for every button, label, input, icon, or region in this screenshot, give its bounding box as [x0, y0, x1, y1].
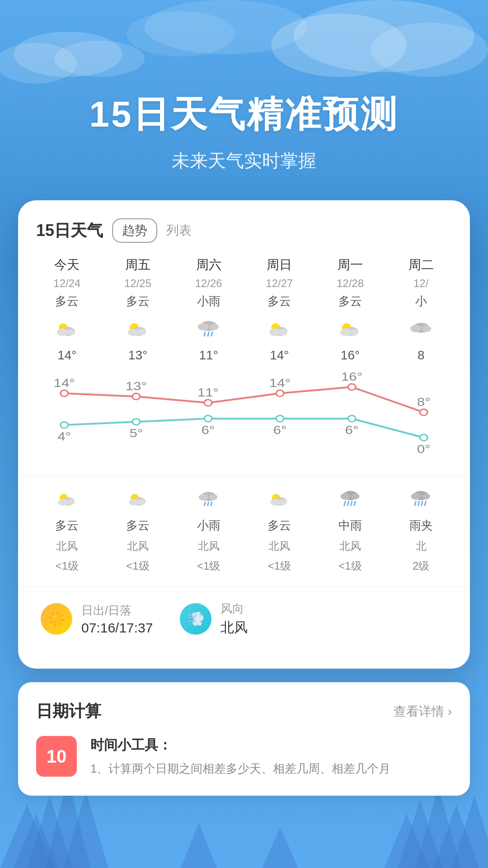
- weather-col-2: 周六 12/26 小雨 11°: [173, 256, 244, 363]
- sunrise-value: 07:16/17:37: [81, 620, 153, 636]
- svg-marker-13: [384, 814, 429, 868]
- svg-point-88: [340, 493, 350, 500]
- svg-point-59: [132, 419, 140, 425]
- weather-icon-top-3: [263, 313, 295, 344]
- svg-point-53: [348, 384, 356, 390]
- weather-col-3: 周日 12/27 多云 14°: [244, 256, 315, 363]
- sunrise-icon: ☀️: [41, 603, 72, 635]
- svg-text:5°: 5°: [129, 427, 143, 440]
- svg-line-33: [211, 332, 212, 336]
- temperature-chart: 14°13°11°14°16°8°4°5°6°6°6°0°: [18, 367, 470, 467]
- svg-text:16°: 16°: [341, 370, 362, 383]
- tool-desc: 1、计算两个日期之间相差多少天、相差几周、相差几个月: [90, 760, 452, 778]
- svg-text:8°: 8°: [417, 396, 431, 409]
- svg-point-72: [66, 499, 74, 505]
- svg-point-61: [204, 415, 212, 422]
- weather-table: 今天 12/24 多云 14° 周五 12/25 多云 13° 周六 12/26…: [18, 256, 470, 578]
- svg-marker-9: [27, 796, 72, 868]
- svg-point-37: [278, 329, 287, 335]
- weather-icon-bottom-1: [124, 485, 151, 512]
- svg-text:11°: 11°: [197, 386, 219, 399]
- weather-icon-bottom-2: [195, 485, 222, 512]
- svg-point-55: [420, 409, 427, 415]
- svg-text:0°: 0°: [417, 443, 431, 456]
- sunrise-info: ☀️ 日出/日落 07:16/17:37: [41, 601, 153, 637]
- svg-point-41: [349, 329, 358, 335]
- weather-col-bottom-4: 中雨 北风 <1级: [315, 485, 386, 573]
- svg-marker-14: [398, 800, 443, 868]
- svg-point-67: [420, 434, 427, 441]
- svg-line-90: [344, 501, 345, 505]
- weather-col-0: 今天 12/24 多云 14°: [32, 256, 103, 363]
- tab-trend[interactable]: 趋势: [112, 218, 157, 243]
- svg-line-32: [208, 332, 209, 336]
- weather-icon-top-5: [405, 313, 437, 344]
- svg-line-100: [425, 501, 426, 505]
- svg-point-23: [66, 329, 75, 335]
- svg-marker-17: [452, 796, 488, 868]
- weather-icon-top-1: [122, 313, 154, 344]
- svg-point-29: [198, 323, 209, 330]
- svg-point-76: [137, 499, 145, 505]
- svg-text:6°: 6°: [201, 424, 215, 437]
- svg-point-65: [348, 415, 356, 422]
- svg-point-47: [132, 393, 140, 400]
- weather-col-4: 周一 12/28 多云 16°: [315, 256, 386, 363]
- svg-point-79: [210, 494, 218, 500]
- weather-icon-bottom-0: [53, 485, 80, 512]
- weather-col-bottom-0: 多云 北风 <1级: [32, 485, 103, 573]
- svg-point-57: [61, 422, 68, 428]
- svg-marker-19: [262, 827, 298, 868]
- tool-icon: 10: [36, 736, 77, 777]
- weather-col-5: 周二 12/ 小 8: [385, 256, 456, 363]
- weather-col-bottom-3: 多云 北风 <1级: [244, 485, 315, 573]
- hero-title: 15日天气精准预测: [0, 90, 488, 139]
- weather-bottom: 多云 北风 <1级 多云 北风 <1级 小雨 北风 <1级: [18, 476, 470, 578]
- svg-marker-12: [63, 791, 108, 868]
- wind-info: 💨 风向 北风: [180, 601, 248, 637]
- svg-line-93: [354, 501, 355, 505]
- svg-text:14°: 14°: [269, 377, 291, 390]
- svg-point-45: [61, 390, 68, 396]
- svg-text:6°: 6°: [273, 424, 287, 437]
- svg-point-43: [410, 325, 421, 332]
- svg-line-98: [418, 501, 419, 505]
- info-bar: ☀️ 日出/日落 07:16/17:37 💨 风向 北风: [18, 587, 470, 651]
- wind-label: 风向: [221, 601, 248, 617]
- svg-point-78: [199, 494, 209, 500]
- svg-text:6°: 6°: [345, 424, 359, 437]
- weather-icon-top-2: [193, 313, 225, 344]
- svg-text:14°: 14°: [54, 377, 75, 390]
- svg-point-49: [204, 400, 212, 406]
- svg-point-86: [279, 499, 287, 505]
- date-calc-section: 日期计算 查看详情 › 10 时间小工具： 1、计算两个日期之间相差多少天、相差…: [18, 682, 470, 796]
- weather-col-1: 周五 12/25 多云 13°: [103, 256, 174, 363]
- svg-point-44: [422, 326, 431, 332]
- svg-point-30: [210, 324, 219, 330]
- svg-point-89: [351, 493, 359, 499]
- tool-name: 时间小工具：: [90, 736, 452, 755]
- date-calc-title: 日期计算: [36, 700, 101, 722]
- weather-icon-top-4: [334, 313, 366, 344]
- svg-line-81: [208, 502, 209, 505]
- svg-point-95: [411, 493, 421, 500]
- svg-line-31: [204, 332, 205, 336]
- weather-col-bottom-5: 雨夹 北 2级: [385, 485, 456, 573]
- svg-marker-16: [434, 805, 479, 868]
- weather-icon-bottom-3: [266, 485, 293, 512]
- svg-marker-10: [0, 805, 54, 868]
- weather-col-bottom-1: 多云 北风 <1级: [103, 485, 174, 573]
- svg-line-99: [422, 501, 423, 505]
- sunrise-label: 日出/日落: [81, 603, 153, 618]
- weather-icon-bottom-5: [408, 485, 435, 512]
- svg-line-82: [211, 502, 212, 505]
- wind-value: 北风: [221, 618, 248, 637]
- weather-col-bottom-2: 小雨 北风 <1级: [173, 485, 244, 573]
- date-calc-link[interactable]: 查看详情 ›: [394, 703, 452, 720]
- svg-text:4°: 4°: [57, 430, 71, 443]
- weather-icon-bottom-4: [337, 485, 364, 512]
- weather-card: 15日天气 趋势 列表 今天 12/24 多云 14° 周五 12/25 多云 …: [18, 200, 470, 669]
- tool-item[interactable]: 10 时间小工具： 1、计算两个日期之间相差多少天、相差几周、相差几个月: [36, 736, 452, 778]
- tab-list[interactable]: 列表: [166, 222, 192, 239]
- wind-icon: 💨: [180, 603, 211, 635]
